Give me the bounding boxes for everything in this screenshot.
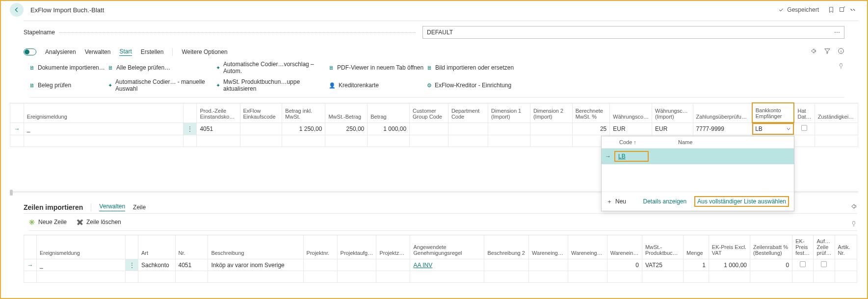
dd-item[interactable]: → LB [602,149,794,164]
arrow-right-icon: → [605,153,611,160]
action-new-line[interactable]: ✳️Neue Zeile [28,219,67,225]
batch-name-label: Stapelname [24,29,59,36]
col-currimp[interactable]: Währungsc… (Import) [652,103,693,123]
action-pdf-viewer[interactable]: 🗎PDF-Viewer in neuem Tab öffnen [329,64,427,71]
lines-grid[interactable]: Ereignismeldung Art Nr. Beschreibung Pro… [24,235,857,283]
ekfest-checkbox[interactable] [800,261,806,267]
col-exflow[interactable]: ExFlow Einkaufscode [240,103,282,123]
applied-rule-link[interactable]: AA INV [413,262,432,269]
batch-name-input[interactable]: DEFAULT ⋯ [422,26,844,39]
col-mwstpc[interactable]: Berechnete MwSt. % [572,103,610,123]
col-zust[interactable]: Zuständigkei… [815,103,858,123]
table-row[interactable]: → _ ⋮ Sachkonto 4051 Inköp av varor inom… [24,259,857,271]
saved-indicator: Gespeichert [778,6,819,13]
action-autocoding-auto[interactable]: ✦Automatische Codier…vorschlag – Autom. [216,61,329,75]
batch-lookup-icon[interactable]: ⋯ [834,29,840,36]
back-button[interactable] [10,3,24,17]
col-dept[interactable]: Department Code [448,103,488,123]
col-cgroup[interactable]: Customer Group Code [410,103,448,123]
action-import-documents[interactable]: 🗎Dokumente importieren… [29,64,108,71]
lines-section-title: Zeilen importieren [24,203,83,211]
hat-checkbox[interactable] [801,125,807,131]
pin-icon-2[interactable] [850,221,857,229]
table-row[interactable] [24,271,857,283]
lines-tab-zeile[interactable]: Zeile [133,204,146,211]
tab-erstellen[interactable]: Erstellen [141,49,164,55]
tab-analyse[interactable]: Analysieren [45,49,76,55]
lines-tab-verwalten[interactable]: Verwalten [99,203,125,211]
filter-icon[interactable] [824,48,831,56]
dd-full-list[interactable]: Aus vollständiger Liste auswählen [694,196,789,207]
popout-icon[interactable] [837,4,847,15]
bookmark-icon[interactable] [826,4,837,15]
action-exflow-vendor-setup[interactable]: ⚙ExFlow-Kreditor - Einrichtung [427,82,525,89]
share-icon-2[interactable] [850,203,857,211]
tab-start[interactable]: Start [119,48,132,56]
action-autocoding-manual[interactable]: ✦Automatische Codier… - manuelle Auswahl [108,78,216,92]
col-eventmsg[interactable]: Ereignismeldung [24,103,183,123]
action-check-all[interactable]: 🗎Alle Belege prüfen… [108,64,216,71]
action-import-image[interactable]: 🗎Bild importieren oder ersetzen [427,64,525,71]
col-mwstbetrag[interactable]: MwSt.-Betrag [325,103,368,123]
col-betraginkl[interactable]: Betrag inkl. MwSt. [282,103,325,123]
collapse-icon[interactable] [847,4,858,15]
col-curr[interactable]: Währungscode [610,103,652,123]
dd-col-code: Code ↑ [619,139,678,145]
hscrollbar-thumb[interactable] [10,190,13,196]
col-zahlprueef[interactable]: Zahlungsüberprüfungskont… [693,103,752,123]
col-hat[interactable]: Hat Dat… [794,103,815,123]
col-dim1[interactable]: Dimension 1 (Import) [488,103,530,123]
col-betrag[interactable]: Betrag [368,103,410,123]
action-check-document[interactable]: 🗎Beleg prüfen [29,82,108,89]
col-bank[interactable]: Bankkonto Empfänger [752,103,794,123]
bank-account-dropdown-panel: Code ↑ Name → LB ＋Neu Details anzeigen A… [601,136,794,211]
action-vat-group-update[interactable]: ✦MwSt. Produktbuchun…uppe aktualisieren [216,78,329,92]
action-delete-line[interactable]: ✖️Zeile löschen [77,219,121,225]
dd-new[interactable]: ＋Neu [606,198,626,206]
dd-details[interactable]: Details anzeigen [643,198,686,205]
col-prodzeile[interactable]: Prod.-Zeile Einstandskon… [197,103,240,123]
table-row[interactable]: → _ ⋮ 4051 1 250,00 250,00 1 000,00 25 E… [10,123,858,135]
svg-rect-0 [840,8,844,12]
share-icon[interactable] [810,48,817,56]
action-vendor-card[interactable]: 👤Kreditorenkarte [329,82,427,89]
pin-icon[interactable] [838,63,844,71]
row-indicator-icon: → [10,123,24,135]
analyse-toggle[interactable] [24,49,36,55]
row-options-icon[interactable]: ⋮ [183,123,197,135]
tab-verwalten[interactable]: Verwalten [85,49,111,55]
page-title: ExFlow Import Buch.-Blatt [30,6,104,14]
bank-account-dropdown[interactable]: LB [752,123,794,135]
dd-item-code: LB [618,153,626,160]
row-options-icon[interactable]: ⋮ [126,259,138,271]
info-icon[interactable] [838,48,844,56]
col-dim2[interactable]: Dimension 2 (Import) [530,103,572,123]
aufzeile-checkbox[interactable] [821,261,827,267]
tab-more-options[interactable]: Weitere Optionen [182,49,227,55]
dd-col-name: Name [678,139,692,145]
